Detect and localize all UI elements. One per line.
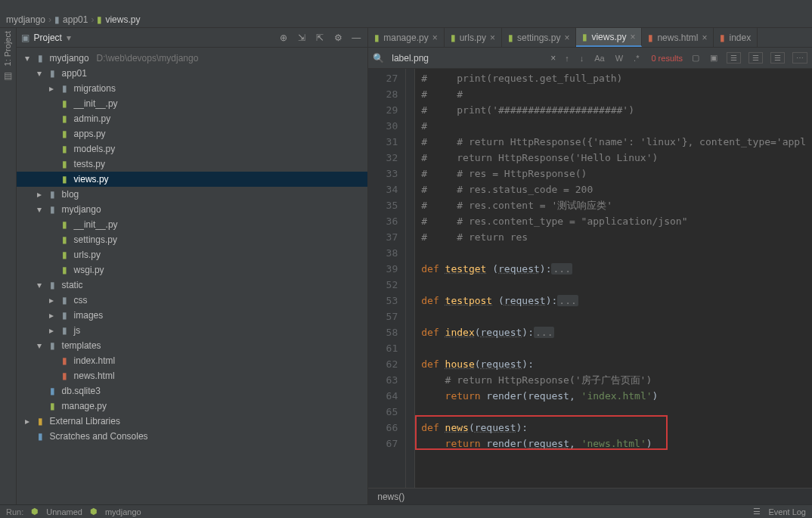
expand-icon[interactable] bbox=[47, 99, 56, 108]
tree-row[interactable]: ▮__init__.py bbox=[17, 217, 368, 232]
line-number[interactable]: 33 bbox=[371, 166, 398, 181]
dropdown-chevron-icon[interactable]: ▾ bbox=[67, 33, 71, 43]
code-line[interactable]: # bbox=[421, 118, 806, 134]
breadcrumb-item[interactable]: views.py bbox=[105, 14, 140, 25]
find-input[interactable] bbox=[392, 53, 513, 64]
editor-tab[interactable]: ▮manage.py× bbox=[368, 28, 444, 47]
expand-icon[interactable] bbox=[47, 371, 56, 380]
line-number[interactable]: 32 bbox=[371, 150, 398, 166]
tree-row[interactable]: ▮admin.py bbox=[17, 111, 368, 126]
tree-row[interactable]: ▮tests.py bbox=[17, 157, 368, 172]
line-number[interactable]: 31 bbox=[371, 134, 398, 150]
editor-tab[interactable]: ▮views.py× bbox=[576, 28, 642, 47]
expand-icon[interactable] bbox=[47, 160, 56, 169]
expand-icon[interactable] bbox=[47, 250, 56, 259]
code-line[interactable] bbox=[421, 309, 806, 324]
close-icon[interactable]: × bbox=[550, 53, 556, 64]
tree-row[interactable]: ▾▮static bbox=[17, 278, 368, 293]
gear-icon[interactable]: ⚙ bbox=[331, 31, 345, 45]
line-number[interactable]: 37 bbox=[371, 229, 398, 245]
expand-icon[interactable]: ▸ bbox=[35, 190, 44, 199]
find-select-icon[interactable]: ▣ bbox=[708, 53, 719, 63]
find-opt-regex[interactable]: .* bbox=[632, 54, 640, 63]
expand-icon[interactable]: ▸ bbox=[47, 311, 56, 320]
line-number[interactable]: 63 bbox=[371, 372, 398, 388]
filter3-icon[interactable]: ☰ bbox=[770, 52, 785, 64]
line-number[interactable]: 35 bbox=[371, 197, 398, 213]
tree-row[interactable]: ▮apps.py bbox=[17, 126, 368, 141]
hide-icon[interactable]: — bbox=[349, 31, 363, 45]
tree-row[interactable]: ▸▮blog bbox=[17, 187, 368, 202]
find-opt-case[interactable]: Aa bbox=[593, 54, 606, 63]
line-number[interactable]: 27 bbox=[371, 70, 398, 86]
code-line[interactable]: # # res.status_code = 200 bbox=[421, 181, 806, 197]
tree-row[interactable]: ▾▮app01 bbox=[17, 66, 368, 81]
code-line[interactable]: def index(request):... bbox=[421, 324, 806, 340]
code-line[interactable]: return render(request, 'index.html') bbox=[421, 388, 806, 404]
code-line[interactable]: def testget (request):... bbox=[421, 261, 806, 277]
tree-row[interactable]: ▮models.py bbox=[17, 141, 368, 157]
line-number[interactable]: 64 bbox=[371, 388, 398, 404]
expand-icon[interactable]: ▸ bbox=[47, 296, 56, 305]
find-opt-words[interactable]: W bbox=[614, 54, 624, 63]
code-line[interactable] bbox=[421, 245, 806, 261]
eventlog-label[interactable]: Event Log bbox=[768, 507, 806, 516]
expand-icon[interactable] bbox=[47, 129, 56, 138]
run-config2[interactable]: mydjango bbox=[105, 507, 141, 516]
tree-row[interactable]: ▸▮External Libraries bbox=[17, 414, 368, 429]
code-line[interactable]: def testpost (request):... bbox=[421, 293, 806, 309]
project-toolwindow-button[interactable]: 1: Project bbox=[3, 31, 12, 66]
line-number[interactable]: 30 bbox=[371, 118, 398, 134]
expand-icon[interactable]: ▾ bbox=[35, 281, 44, 290]
editor-tab[interactable]: ▮news.html× bbox=[642, 28, 714, 47]
tree-row[interactable]: ▾▮mydjangoD:\web\devops\mydjango bbox=[17, 51, 368, 66]
close-icon[interactable]: × bbox=[564, 33, 569, 43]
code-line[interactable]: def house(request): bbox=[421, 356, 806, 372]
prev-match-icon[interactable]: ↑ bbox=[563, 54, 571, 63]
tree-row[interactable]: ▮wsgi.py bbox=[17, 262, 368, 278]
tree-row[interactable]: ▮news.html bbox=[17, 368, 368, 383]
tree-row[interactable]: ▸▮js bbox=[17, 323, 368, 338]
tree-row[interactable]: ▮Scratches and Consoles bbox=[17, 429, 368, 444]
editor-tab[interactable]: ▮index bbox=[714, 28, 758, 47]
code-line[interactable]: # print('#####################') bbox=[421, 102, 806, 118]
target-icon[interactable]: ⊕ bbox=[277, 31, 290, 45]
code-line[interactable]: # # res.content = '测试响应类' bbox=[421, 197, 806, 213]
line-number[interactable]: 28 bbox=[371, 86, 398, 102]
find-one-icon[interactable]: ▢ bbox=[690, 53, 701, 63]
code-line[interactable] bbox=[421, 340, 806, 356]
close-icon[interactable]: × bbox=[702, 33, 707, 43]
code-line[interactable]: # return HttpResponse('房子广告页面') bbox=[421, 372, 806, 388]
tree-row[interactable]: ▸▮images bbox=[17, 308, 368, 323]
project-tree[interactable]: ▾▮mydjangoD:\web\devops\mydjango▾▮app01▸… bbox=[17, 48, 368, 504]
line-number[interactable]: 57 bbox=[371, 309, 398, 324]
tree-row[interactable]: ▮manage.py bbox=[17, 399, 368, 414]
next-match-icon[interactable]: ↓ bbox=[578, 54, 586, 63]
run-config[interactable]: Unnamed bbox=[46, 507, 82, 516]
close-icon[interactable]: × bbox=[432, 33, 438, 43]
run-label[interactable]: Run: bbox=[6, 507, 23, 516]
line-number[interactable]: 58 bbox=[371, 324, 398, 340]
tree-row[interactable]: ▮settings.py bbox=[17, 232, 368, 247]
code-line[interactable]: # # return res bbox=[421, 229, 806, 245]
more-icon[interactable]: ⋯ bbox=[792, 52, 807, 64]
expand-icon[interactable]: ▸ bbox=[23, 417, 32, 426]
code-line[interactable]: return render(request, 'news.html') bbox=[421, 436, 806, 451]
code-line[interactable]: def news(request): bbox=[421, 420, 806, 436]
line-number[interactable]: 52 bbox=[371, 277, 398, 293]
line-number[interactable]: 34 bbox=[371, 181, 398, 197]
expand-icon[interactable] bbox=[35, 402, 44, 411]
expand-icon[interactable] bbox=[47, 356, 56, 365]
line-number[interactable]: 67 bbox=[371, 436, 398, 451]
tree-row[interactable]: ▸▮css bbox=[17, 293, 368, 308]
marker-gutter[interactable] bbox=[406, 69, 415, 488]
editor-tab[interactable]: ▮settings.py× bbox=[502, 28, 576, 47]
line-number[interactable]: 38 bbox=[371, 245, 398, 261]
line-number[interactable]: 61 bbox=[371, 340, 398, 356]
code-line[interactable]: # return HttpResponse('Hello Linux') bbox=[421, 150, 806, 166]
gutter[interactable]: 2728293031323334353637383952535758616263… bbox=[368, 69, 406, 488]
tree-row[interactable]: ▮views.py bbox=[17, 172, 368, 187]
expand-icon[interactable]: ▸ bbox=[47, 326, 56, 335]
code-line[interactable]: # # return HttpResponse({'name': 'linux'… bbox=[421, 134, 806, 150]
code-line[interactable]: # # res = HttpResponse() bbox=[421, 166, 806, 181]
